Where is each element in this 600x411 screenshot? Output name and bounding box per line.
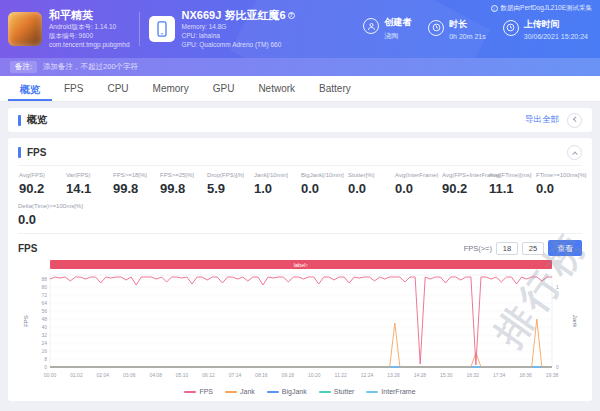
svg-text:03:06: 03:06: [123, 372, 136, 378]
legend-item-bigjank[interactable]: BigJank: [267, 388, 307, 395]
svg-text:17:34: 17:34: [493, 372, 506, 378]
svg-text:00:00: 00:00: [44, 372, 57, 378]
stat-fps-ge-18: FPS>=18[%]99.8: [112, 172, 159, 196]
build-number: 版本编号: 9600: [49, 31, 130, 40]
tab-battery[interactable]: Battery: [307, 76, 363, 101]
stat-ftime-ge-100ms: FTime>=100ms[%]0.0: [535, 172, 582, 196]
stat-stutter: Stutter[%]0.0: [347, 172, 394, 196]
svg-text:07:14: 07:14: [229, 372, 242, 378]
legend-item-interframe[interactable]: InterFrame: [366, 388, 415, 395]
package-name: com.tencent.tmgp.pubgmhd: [49, 40, 130, 49]
svg-text:11:22: 11:22: [335, 372, 347, 378]
svg-text:01:02: 01:02: [70, 372, 83, 378]
fps-card-title: FPS: [27, 147, 46, 158]
legend-marker: [319, 391, 331, 393]
app-header: 和平精英 Android版本号: 1.14.10 版本编号: 9600 com.…: [0, 0, 600, 58]
svg-text:02:04: 02:04: [97, 372, 110, 378]
note-bar[interactable]: 备注: 添加备注，不超过200个字符: [0, 58, 600, 76]
legend-marker: [184, 391, 196, 393]
svg-text:24: 24: [41, 340, 47, 346]
fps-threshold-label: FPS(>=): [464, 244, 492, 253]
stat-avg-interframe: Avg(InterFrame)0.0: [394, 172, 441, 196]
fps-threshold-input-2[interactable]: [522, 242, 544, 255]
svg-text:10:20: 10:20: [308, 372, 321, 378]
svg-text:72: 72: [41, 292, 47, 298]
export-all-link[interactable]: 导出全部: [525, 114, 559, 126]
tab-fps[interactable]: FPS: [52, 76, 95, 101]
note-placeholder: 添加备注，不超过200个字符: [43, 62, 138, 72]
accent-bar: [18, 115, 21, 126]
stat-avg-fps: Avg(FPS)90.2: [18, 172, 65, 196]
stat-var-fps: Var(FPS)14.1: [65, 172, 112, 196]
android-version: Android版本号: 1.14.10: [49, 22, 130, 31]
svg-text:18:36: 18:36: [519, 372, 532, 378]
person-icon: [363, 18, 379, 34]
fps-threshold-input-1[interactable]: [496, 242, 518, 255]
collapse-section-button[interactable]: [567, 113, 582, 128]
chevron-left-icon: [572, 116, 578, 122]
chart-title: FPS: [18, 243, 37, 254]
svg-text:09:18: 09:18: [282, 372, 295, 378]
device-memory: Memory: 14.8G: [182, 22, 295, 31]
creator-label: 创建者: [384, 17, 411, 28]
stat-delta-time: Delta(Time)>=100ms[%] 0.0: [18, 203, 582, 234]
header-divider: [139, 12, 140, 46]
chevron-up-icon: [572, 151, 578, 157]
duration-label: 时长: [449, 19, 486, 30]
fps-card: FPS Avg(FPS)90.2 Var(FPS)14.1 FPS>=18[%]…: [8, 138, 592, 401]
data-source-note: i 数据由PerfDogJL210E测试采集: [491, 4, 592, 13]
upload-clock-icon: [503, 20, 519, 36]
svg-text:0: 0: [44, 364, 47, 370]
svg-text:64: 64: [41, 300, 47, 306]
svg-text:14:28: 14:28: [414, 372, 427, 378]
svg-text:16: 16: [41, 348, 47, 354]
legend-marker: [225, 391, 237, 393]
fps-line-chart[interactable]: 08162432404856647280880100:0001:0202:040…: [20, 271, 580, 383]
svg-text:32: 32: [41, 332, 47, 338]
svg-text:1: 1: [556, 284, 559, 290]
clock-icon: [428, 20, 444, 36]
svg-text:40: 40: [41, 324, 47, 330]
creator-block: 创建者 浇陶: [363, 17, 411, 41]
stat-drop-fps: Drop(FPS)[/h]5.9: [206, 172, 253, 196]
device-info-icon[interactable]: ?: [288, 12, 295, 19]
svg-text:0: 0: [556, 364, 559, 370]
phone-icon: [149, 16, 175, 42]
collapse-card-button[interactable]: [567, 145, 582, 160]
chart-legend: FPSJankBigJankStutterInterFrame: [20, 388, 580, 395]
tab-memory[interactable]: Memory: [141, 76, 201, 101]
tab-network[interactable]: Network: [246, 76, 307, 101]
svg-text:Jank: Jank: [572, 315, 578, 329]
tab-gpu[interactable]: GPU: [201, 76, 247, 101]
chart-header: FPS FPS(>=) 查看: [18, 240, 582, 256]
legend-item-jank[interactable]: Jank: [225, 388, 255, 395]
svg-text:12:24: 12:24: [361, 372, 374, 378]
tab-overview[interactable]: 概览: [8, 76, 52, 101]
svg-text:FPS: FPS: [23, 315, 29, 327]
stat-avg-fps-interframe: Avg(FPS+InterFrame)90.2: [441, 172, 488, 196]
stat-jank: Jank[/10min]1.0: [253, 172, 300, 196]
svg-text:04:08: 04:08: [149, 372, 162, 378]
svg-text:08:16: 08:16: [255, 372, 268, 378]
tab-cpu[interactable]: CPU: [95, 76, 140, 101]
upload-time-label: 上传时间: [524, 19, 588, 30]
label-band: label↑: [50, 260, 552, 269]
note-label: 备注:: [10, 61, 37, 73]
legend-marker: [267, 391, 279, 393]
device-name: NX669J 努比亚红魔6?: [182, 9, 295, 22]
svg-text:16:32: 16:32: [466, 372, 479, 378]
svg-text:19:38: 19:38: [546, 372, 559, 378]
legend-item-stutter[interactable]: Stutter: [319, 388, 355, 395]
device-cpu: CPU: lahaina: [182, 31, 295, 40]
duration-value: 0h 20m 21s: [449, 33, 486, 40]
duration-block: 时长 0h 20m 21s: [428, 19, 486, 40]
svg-text:05:10: 05:10: [176, 372, 189, 378]
svg-text:56: 56: [41, 308, 47, 314]
view-button[interactable]: 查看: [548, 240, 582, 256]
svg-text:13:26: 13:26: [387, 372, 400, 378]
game-title: 和平精英: [49, 9, 130, 22]
info-icon: i: [491, 5, 498, 12]
legend-item-fps[interactable]: FPS: [184, 388, 213, 395]
svg-text:88: 88: [41, 276, 47, 282]
upload-time-value: 30/06/2021 15:20:24: [524, 33, 588, 40]
